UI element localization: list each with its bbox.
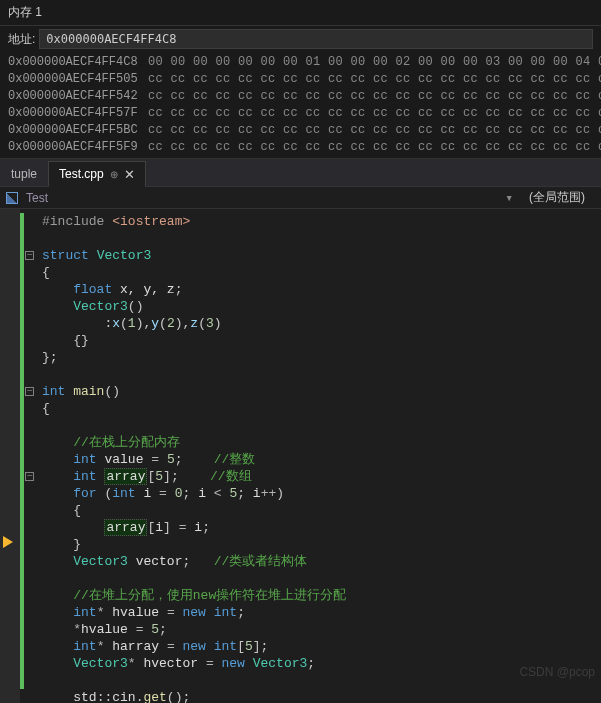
memory-row: 0x000000AECF4FF4C800 00 00 00 00 00 00 0…: [0, 54, 601, 71]
scope-dropdown[interactable]: Test: [22, 191, 499, 205]
memory-row: 0x000000AECF4FF505cc cc cc cc cc cc cc c…: [0, 71, 601, 88]
chevron-down-icon[interactable]: ▾: [499, 190, 519, 206]
close-icon[interactable]: ✕: [124, 167, 135, 182]
memory-rows: 0x000000AECF4FF4C800 00 00 00 00 00 00 0…: [0, 52, 601, 158]
outline-collapse-icon[interactable]: [25, 387, 34, 396]
tab-label: tuple: [11, 167, 37, 181]
outline-collapse-icon[interactable]: [25, 251, 34, 260]
memory-panel: 内存 1 地址: 0x000000AECF4FF4C800 00 00 00 0…: [0, 0, 601, 159]
scope-icon: [6, 192, 18, 204]
memory-row: 0x000000AECF4FF57Fcc cc cc cc cc cc cc c…: [0, 105, 601, 122]
code-editor[interactable]: #include <iostream> struct Vector3{ floa…: [0, 209, 601, 703]
current-line-arrow-icon: [3, 536, 13, 548]
tab-label: Test.cpp: [59, 167, 104, 181]
scope-bar: Test ▾ (全局范围): [0, 187, 601, 209]
pin-icon[interactable]: ⊕: [110, 169, 118, 180]
highlight-array: array: [104, 468, 147, 485]
code-area[interactable]: #include <iostream> struct Vector3{ floa…: [36, 209, 601, 703]
tab-tuple[interactable]: tuple: [0, 160, 48, 186]
memory-row: 0x000000AECF4FF542cc cc cc cc cc cc cc c…: [0, 88, 601, 105]
member-dropdown[interactable]: (全局范围): [519, 189, 595, 206]
highlight-array: array: [104, 519, 147, 536]
tab-test-cpp[interactable]: Test.cpp ⊕ ✕: [48, 161, 146, 187]
memory-row: 0x000000AECF4FF5BCcc cc cc cc cc cc cc c…: [0, 122, 601, 139]
memory-row: 0x000000AECF4FF5F9cc cc cc cc cc cc cc c…: [0, 139, 601, 156]
tab-strip: tuple Test.cpp ⊕ ✕: [0, 159, 601, 187]
memory-address-input[interactable]: [39, 29, 593, 49]
breakpoint-margin[interactable]: [0, 209, 20, 703]
memory-address-bar: 地址:: [0, 26, 601, 52]
memory-panel-title: 内存 1: [0, 0, 601, 26]
outline-margin[interactable]: [24, 209, 36, 703]
outline-collapse-icon[interactable]: [25, 472, 34, 481]
memory-address-label: 地址:: [8, 31, 35, 48]
